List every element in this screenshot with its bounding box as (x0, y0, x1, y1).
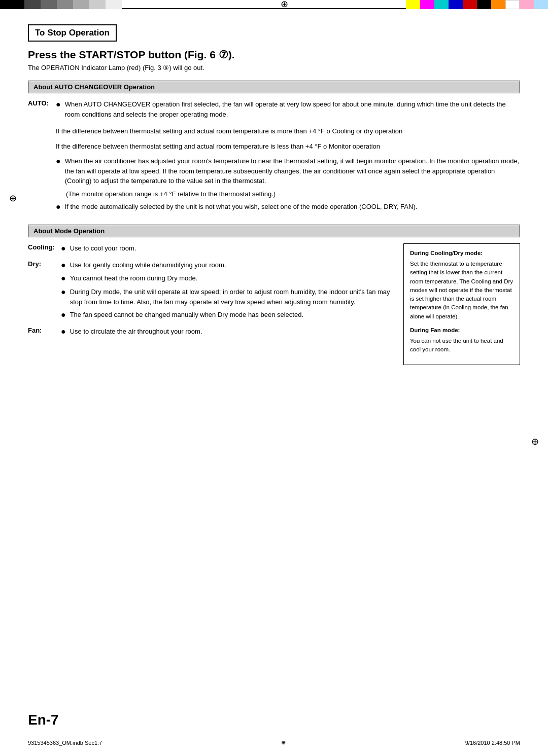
mode-right-box: During Cooling/Dry mode: Set the thermos… (403, 243, 520, 365)
indent-text-1: If the difference between thermostat set… (56, 126, 520, 136)
dry-bullet-text-4: The fan speed cannot be changed manually… (70, 310, 303, 320)
yellow-block (406, 0, 420, 9)
top-color-bar: ⊕ (0, 0, 548, 9)
main-content: To Stop Operation Press the START/STOP b… (0, 9, 548, 380)
cooling-row: Cooling: ● Use to cool your room. (28, 243, 393, 257)
page-footer: 9315345363_OM.indb Sec1:7 ⊕ 9/16/2010 2:… (0, 739, 548, 746)
black-block-right (477, 0, 491, 9)
auto-changeover-section: About AUTO CHANGEOVER Operation AUTO: ● … (28, 81, 520, 215)
auto-content-2: ● When the air conditioner has adjusted … (56, 156, 520, 215)
page-number: En-7 (0, 712, 87, 728)
gray-block-4 (73, 0, 89, 9)
gray-block-2 (41, 0, 57, 9)
date-info: 9/16/2010 2:48:50 PM (465, 740, 520, 746)
cooling-dry-heading: During Cooling/Dry mode: (410, 249, 513, 258)
auto-row: AUTO: ● When AUTO CHANGEOVER operation f… (28, 99, 520, 122)
cooling-content: ● Use to cool your room. (61, 243, 393, 257)
press-subtext: The OPERATION Indicator Lamp (red) (Fig.… (28, 64, 520, 71)
auto-bullet-text-3: If the mode automatically selected by th… (65, 202, 418, 212)
fan-bullet-text-1: Use to circulate the air throughout your… (70, 327, 202, 337)
top-bar-center: ⊕ (162, 0, 406, 8)
dry-row: Dry: ● Use for gently cooling while dehu… (28, 260, 393, 323)
auto-row-2: ● When the air conditioner has adjusted … (28, 156, 520, 215)
compass-icon-bottom: ⊕ (281, 739, 286, 746)
dry-bullet-1: ● Use for gently cooling while dehumidif… (61, 260, 393, 271)
magenta-block (420, 0, 434, 9)
auto-content: ● When AUTO CHANGEOVER operation first s… (56, 99, 520, 122)
dry-bullet-icon-3: ● (61, 287, 66, 298)
cooling-bullet-icon: ● (61, 243, 66, 254)
gray-block-3 (57, 0, 73, 9)
blue-block (449, 0, 463, 9)
auto-bullet-1: ● When AUTO CHANGEOVER operation first s… (56, 99, 520, 119)
dry-bullet-text-2: You cannot heat the room during Dry mode… (70, 273, 198, 283)
fan-content: ● Use to circulate the air throughout yo… (61, 327, 393, 340)
black-block (0, 0, 24, 8)
dry-bullet-text-3: During Dry mode, the unit will operate a… (70, 287, 393, 307)
auto-bullet-text-2: When the air conditioner has adjusted yo… (65, 156, 520, 186)
auto-bullet-2: ● When the air conditioner has adjusted … (56, 156, 520, 186)
pink-block (520, 0, 534, 9)
dry-bullet-icon-4: ● (61, 310, 66, 320)
compass-icon-top: ⊕ (281, 0, 288, 10)
auto-bullet-3: ● If the mode automatically selected by … (56, 202, 520, 212)
file-info: 9315345363_OM.indb Sec1:7 (28, 740, 102, 746)
cooling-bullet-1: ● Use to cool your room. (61, 243, 393, 254)
mode-operation-section: About Mode Operation Cooling: ● Use to c… (28, 225, 520, 365)
cooling-dry-text: Set the thermostat to a temperature sett… (410, 260, 513, 321)
section-box: To Stop Operation (28, 24, 117, 42)
fan-bullet-icon: ● (61, 327, 66, 337)
gray-block-5 (89, 0, 106, 9)
red-block (463, 0, 477, 9)
dry-bullet-2: ● You cannot heat the room during Dry mo… (61, 273, 393, 284)
dry-bullet-4: ● The fan speed cannot be changed manual… (61, 310, 393, 320)
dry-content: ● Use for gently cooling while dehumidif… (61, 260, 393, 323)
gray-block-1 (24, 0, 41, 9)
fan-row: Fan: ● Use to circulate the air througho… (28, 327, 393, 340)
dry-bullet-icon-2: ● (61, 273, 66, 284)
top-bar-left-section (0, 0, 162, 8)
cooling-label: Cooling: (28, 243, 61, 251)
fan-mode-heading: During Fan mode: (410, 326, 513, 335)
white-block (505, 0, 520, 9)
compass-icon-right: ⊕ (531, 436, 539, 447)
bullet-icon-2: ● (56, 156, 61, 167)
press-heading: Press the START/STOP button (Fig. 6 ⑦). (28, 49, 520, 61)
dry-bullet-icon-1: ● (61, 260, 66, 271)
dry-bullet-text-1: Use for gently cooling while dehumidifyi… (70, 260, 226, 270)
bullet-icon-1: ● (56, 99, 61, 110)
dry-label: Dry: (28, 260, 61, 268)
gray-blocks (24, 0, 122, 8)
section-box-title: To Stop Operation (35, 28, 110, 38)
light-blue-block (534, 0, 548, 9)
mode-operation-header: About Mode Operation (28, 225, 520, 237)
auto-changeover-header: About AUTO CHANGEOVER Operation (28, 81, 520, 93)
compass-icon-left: ⊕ (9, 193, 17, 204)
cyan-block (434, 0, 449, 9)
mode-section: Cooling: ● Use to cool your room. Dry: ● (28, 243, 520, 365)
cooling-bullet-text-1: Use to cool your room. (70, 243, 136, 254)
mode-left-content: Cooling: ● Use to cool your room. Dry: ● (28, 243, 393, 365)
gray-block-6 (106, 0, 122, 9)
dry-bullet-3: ● During Dry mode, the unit will operate… (61, 287, 393, 307)
bullet-icon-3: ● (56, 202, 61, 212)
auto-label-2 (28, 156, 56, 215)
orange-block (491, 0, 505, 9)
monitor-note: (The monitor operation range is +4 °F re… (66, 189, 520, 199)
auto-label: AUTO: (28, 99, 56, 122)
indent-text-2: If the difference between thermostat set… (56, 141, 520, 152)
fan-bullet-1: ● Use to circulate the air throughout yo… (61, 327, 393, 337)
fan-mode-text: You can not use the unit to heat and coo… (410, 337, 513, 354)
auto-bullet-text-1: When AUTO CHANGEOVER operation first sel… (65, 99, 520, 119)
top-bar-right-section (406, 0, 548, 8)
fan-label: Fan: (28, 327, 61, 334)
